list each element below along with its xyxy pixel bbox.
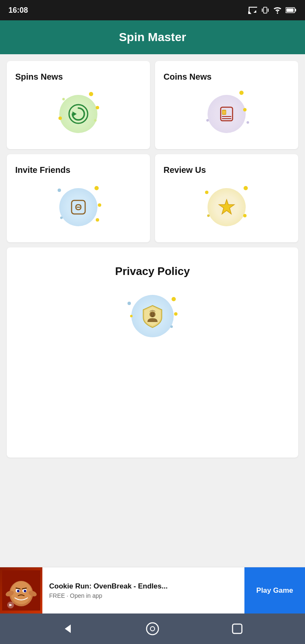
svg-point-12 bbox=[62, 98, 65, 100]
svg-point-39 bbox=[172, 297, 176, 301]
svg-point-32 bbox=[205, 191, 208, 194]
invite-dots bbox=[51, 180, 106, 235]
ad-text-area: Cookie Run: OvenBreak - Endles... FREE ·… bbox=[42, 577, 244, 604]
svg-point-10 bbox=[96, 106, 99, 109]
status-icons bbox=[248, 6, 297, 14]
svg-point-60 bbox=[150, 627, 155, 631]
svg-point-37 bbox=[128, 302, 131, 305]
coins-icon-circle bbox=[208, 95, 246, 133]
privacy-icon-circle bbox=[131, 295, 174, 337]
svg-point-13 bbox=[94, 119, 97, 122]
svg-point-59 bbox=[147, 623, 158, 635]
svg-point-16 bbox=[239, 91, 244, 95]
ad-price: FREE bbox=[49, 592, 65, 599]
top-row: Spins News bbox=[7, 61, 298, 149]
svg-point-35 bbox=[243, 214, 247, 217]
recents-button[interactable] bbox=[228, 619, 247, 638]
time: 16:08 bbox=[8, 6, 28, 15]
svg-rect-3 bbox=[262, 8, 263, 12]
svg-rect-61 bbox=[233, 624, 242, 633]
status-bar: 16:08 bbox=[0, 0, 305, 20]
svg-rect-2 bbox=[263, 7, 267, 13]
home-button[interactable] bbox=[143, 619, 162, 638]
svg-rect-8 bbox=[295, 9, 296, 11]
vibrate-icon bbox=[261, 6, 269, 14]
home-icon bbox=[145, 622, 160, 636]
svg-point-18 bbox=[206, 119, 209, 122]
svg-point-26 bbox=[94, 186, 99, 190]
cast-icon bbox=[248, 6, 258, 14]
recents-icon bbox=[231, 623, 243, 635]
svg-point-40 bbox=[174, 312, 177, 316]
svg-point-34 bbox=[207, 214, 210, 217]
spins-news-card[interactable]: Spins News bbox=[7, 61, 150, 149]
spins-news-title: Spins News bbox=[15, 71, 63, 82]
cookie-character bbox=[2, 570, 40, 611]
review-us-card[interactable]: Review Us bbox=[155, 154, 298, 242]
app-header: Spin Master bbox=[0, 20, 305, 54]
ad-game-name: Cookie Run: OvenBreak - Endles... bbox=[49, 582, 238, 591]
spins-dots bbox=[51, 86, 106, 142]
review-us-title: Review Us bbox=[164, 164, 206, 175]
ad-image bbox=[0, 567, 42, 614]
spins-icon-circle bbox=[59, 95, 97, 133]
content-spacer bbox=[7, 463, 298, 560]
svg-point-28 bbox=[60, 217, 63, 219]
svg-point-9 bbox=[89, 92, 93, 96]
invite-friends-card[interactable]: Invite Friends bbox=[7, 154, 150, 242]
svg-point-27 bbox=[98, 203, 101, 207]
review-us-icon-area bbox=[164, 184, 290, 230]
back-button[interactable] bbox=[58, 619, 77, 638]
battery-icon bbox=[286, 7, 297, 14]
svg-point-11 bbox=[58, 117, 62, 120]
invite-icon-circle bbox=[59, 188, 97, 226]
privacy-policy-icon-area bbox=[15, 291, 290, 341]
ad-cta-text: Open in app bbox=[70, 592, 102, 599]
review-icon-circle bbox=[208, 188, 246, 226]
svg-point-19 bbox=[247, 121, 249, 124]
main-content: Spins News bbox=[0, 54, 305, 567]
svg-point-41 bbox=[170, 325, 173, 328]
svg-rect-7 bbox=[286, 8, 294, 12]
svg-point-5 bbox=[277, 13, 278, 14]
svg-point-25 bbox=[58, 189, 61, 192]
app-title: Spin Master bbox=[119, 31, 186, 44]
privacy-policy-title: Privacy Policy bbox=[115, 264, 190, 279]
invite-friends-icon-area bbox=[15, 184, 141, 230]
privacy-policy-card[interactable]: Privacy Policy bbox=[7, 247, 298, 458]
middle-row: Invite Friends bbox=[7, 154, 298, 242]
svg-point-17 bbox=[243, 108, 247, 111]
ad-subtitle: FREE · Open in app bbox=[49, 592, 238, 599]
ad-separator: · bbox=[67, 592, 70, 599]
wifi-icon bbox=[273, 6, 282, 14]
spins-news-icon-area bbox=[15, 91, 141, 137]
svg-marker-58 bbox=[65, 625, 71, 633]
privacy-dots bbox=[123, 286, 182, 346]
review-dots bbox=[199, 180, 254, 235]
nav-bar bbox=[0, 613, 305, 644]
coins-news-title: Coins News bbox=[164, 71, 211, 82]
svg-point-29 bbox=[96, 218, 99, 222]
coins-news-icon-area bbox=[164, 91, 290, 137]
svg-point-50 bbox=[17, 590, 19, 592]
svg-point-33 bbox=[244, 186, 248, 190]
coins-news-card[interactable]: Coins News bbox=[155, 61, 298, 149]
svg-point-38 bbox=[130, 315, 133, 317]
ad-banner: Cookie Run: OvenBreak - Endles... FREE ·… bbox=[0, 567, 305, 613]
svg-point-51 bbox=[24, 590, 26, 592]
back-icon bbox=[61, 622, 74, 635]
svg-rect-4 bbox=[268, 8, 269, 12]
invite-friends-title: Invite Friends bbox=[15, 164, 70, 175]
coins-dots bbox=[199, 86, 254, 142]
play-game-button[interactable]: Play Game bbox=[244, 567, 305, 613]
